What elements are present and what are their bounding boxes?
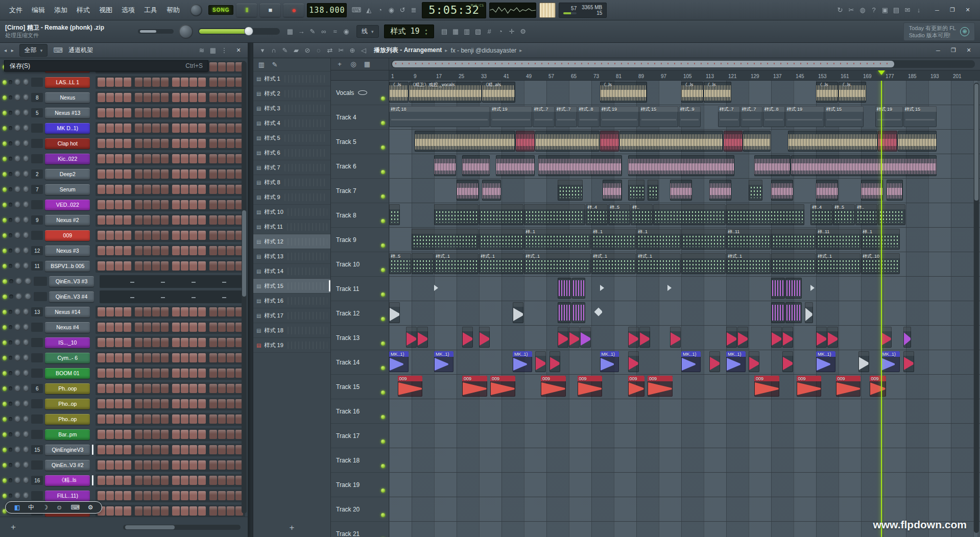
step-cell[interactable] xyxy=(106,215,114,225)
clip[interactable] xyxy=(628,180,644,201)
step-cell[interactable] xyxy=(152,261,160,271)
step-cell[interactable] xyxy=(152,369,160,378)
step-cell[interactable] xyxy=(161,506,169,516)
step-cell[interactable] xyxy=(218,139,226,148)
step-cell[interactable] xyxy=(172,169,180,179)
step-cell[interactable] xyxy=(144,338,151,347)
channel-mixer-track[interactable] xyxy=(31,369,43,378)
step-cell[interactable] xyxy=(161,414,169,424)
playlist-breadcrumb[interactable]: fx - benji @didusayaster xyxy=(450,47,516,54)
clip[interactable]: 《..ls xyxy=(839,82,866,103)
track-led[interactable] xyxy=(381,268,385,272)
clip[interactable] xyxy=(415,131,515,152)
step-cell[interactable] xyxy=(144,246,151,255)
step-cell[interactable] xyxy=(198,169,206,179)
clip[interactable]: 样式..8 xyxy=(578,106,600,127)
clip[interactable]: 009 xyxy=(541,376,566,397)
step-cell[interactable] xyxy=(227,445,234,454)
clip[interactable] xyxy=(667,278,673,299)
step-cell[interactable] xyxy=(209,78,217,87)
step-cell[interactable] xyxy=(161,399,169,408)
playlist-maximize-button[interactable]: ❐ xyxy=(946,45,961,56)
step-cell[interactable] xyxy=(227,93,234,102)
step-edit-icon[interactable]: ≣ xyxy=(409,5,419,15)
channel-select-dot[interactable] xyxy=(9,264,12,268)
step-cell[interactable] xyxy=(115,445,123,454)
step-cell[interactable] xyxy=(144,154,151,163)
step-cell[interactable] xyxy=(218,506,226,516)
step-cell[interactable] xyxy=(181,169,188,179)
channel-volume-knob[interactable] xyxy=(23,79,29,86)
channel-mixer-track[interactable]: 12 xyxy=(31,246,43,255)
step-cell[interactable] xyxy=(198,307,206,316)
channel-pan-knob[interactable] xyxy=(14,247,20,254)
step-cell[interactable] xyxy=(144,491,151,500)
add-channel-button[interactable]: + xyxy=(7,522,19,532)
step-cell[interactable] xyxy=(161,307,169,316)
channel-volume-knob[interactable] xyxy=(23,140,29,147)
channel-pan-knob[interactable] xyxy=(15,293,22,300)
step-cell[interactable] xyxy=(218,124,226,133)
step-cell[interactable] xyxy=(209,414,217,424)
step-cell[interactable] xyxy=(152,476,160,485)
track-name-cell[interactable]: Track 5 xyxy=(331,130,389,154)
step-cell[interactable] xyxy=(98,139,105,148)
clip[interactable] xyxy=(805,302,813,323)
track-lane[interactable]: 样..5样式..1样式..1样式..1样式..1样式..1样式..1样式..1样… xyxy=(389,252,980,277)
step-cell[interactable] xyxy=(227,414,234,424)
clip[interactable] xyxy=(887,180,903,201)
channel-mixer-track[interactable] xyxy=(31,124,43,133)
clip[interactable] xyxy=(878,204,905,225)
step-cell[interactable] xyxy=(115,215,123,225)
step-cell[interactable] xyxy=(218,460,226,470)
step-cell[interactable] xyxy=(124,414,131,424)
step-cell[interactable] xyxy=(106,185,114,194)
ime-toolbar[interactable]: ◧中☽☺⌨⚙ xyxy=(5,501,102,514)
channel-volume-knob[interactable] xyxy=(23,416,29,423)
channel-volume-knob[interactable] xyxy=(23,247,29,254)
channel-button[interactable]: Nexus #14 xyxy=(45,307,90,318)
step-cell[interactable] xyxy=(172,93,180,102)
clip[interactable] xyxy=(754,155,791,176)
step-cell[interactable] xyxy=(198,231,206,240)
playlist-menu-icon[interactable]: ▾ xyxy=(257,45,268,56)
clip[interactable]: 样..5 xyxy=(608,204,630,225)
channel-button[interactable]: Nexus #3 xyxy=(45,246,90,256)
step-cell[interactable] xyxy=(124,430,131,439)
record-button[interactable]: ● xyxy=(283,4,304,17)
clip[interactable] xyxy=(782,327,793,348)
channel-enable-led[interactable] xyxy=(3,111,7,115)
step-cell[interactable] xyxy=(172,430,180,439)
step-cell[interactable] xyxy=(161,231,169,240)
clip[interactable] xyxy=(903,327,912,348)
clip[interactable]: MK..1) xyxy=(600,351,619,372)
track-name-cell[interactable]: Vocals xyxy=(331,81,389,105)
step-cell[interactable] xyxy=(172,353,180,362)
channel-volume-knob[interactable] xyxy=(23,400,29,407)
step-cell[interactable] xyxy=(181,506,188,516)
step-cell[interactable] xyxy=(115,200,123,209)
track-led[interactable] xyxy=(381,464,385,468)
play-button[interactable]: Ⅱ xyxy=(236,4,257,17)
pattern-item[interactable]: ▤样式 6 xyxy=(253,145,330,160)
clip[interactable]: 样..1 xyxy=(591,229,636,250)
pattern-item[interactable]: ▤样式 15 xyxy=(253,279,330,294)
channel-mixer-track[interactable]: 7 xyxy=(31,185,43,194)
channel-enable-led[interactable] xyxy=(3,386,7,391)
pattern-item[interactable]: ▤样式 4 xyxy=(253,116,330,131)
step-cell[interactable] xyxy=(209,261,217,271)
step-cell[interactable] xyxy=(135,430,142,439)
track-led[interactable] xyxy=(381,489,385,493)
channel-mixer-track[interactable]: 16 xyxy=(31,476,43,485)
channel-volume-knob[interactable] xyxy=(23,431,29,438)
update-notice[interactable]: Today 有更新的 FL Studio 版本可用! ⊕ xyxy=(903,22,975,41)
shuffle-slider[interactable] xyxy=(138,29,174,34)
channel-select-dot[interactable] xyxy=(9,203,12,207)
track-lane[interactable]: 009009009009009009009009009009009 xyxy=(389,375,980,399)
pencil-tool-icon[interactable]: ✎ xyxy=(280,45,290,56)
step-cell[interactable] xyxy=(181,353,188,362)
channel-enable-led[interactable] xyxy=(3,126,7,131)
step-cell[interactable] xyxy=(189,215,197,225)
step-cell[interactable] xyxy=(152,353,160,362)
step-cell[interactable] xyxy=(172,108,180,117)
